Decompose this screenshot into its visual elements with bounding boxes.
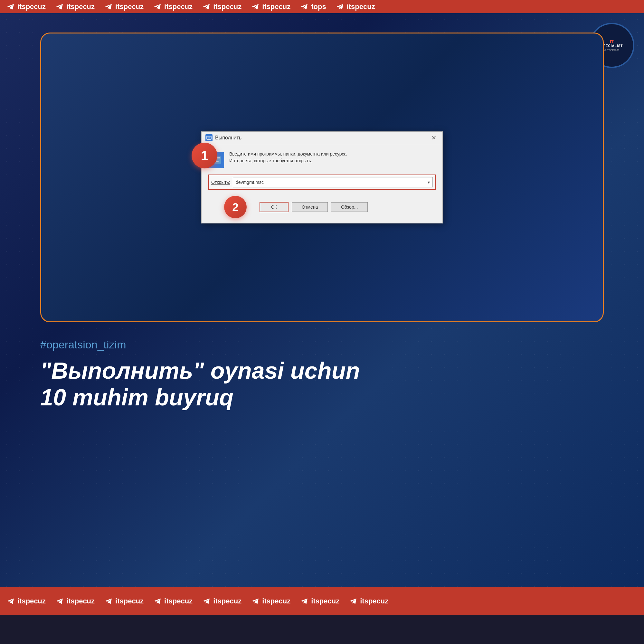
banner-item: tops — [300, 3, 326, 11]
banner-label: itspecuz — [66, 3, 95, 11]
browse-button[interactable]: Обзор... — [331, 202, 368, 212]
close-button[interactable]: ✕ — [429, 135, 439, 141]
desc-line2: Интернета, которые требуется открыть. — [229, 157, 346, 164]
title-left: Выполнить — [205, 134, 241, 141]
dialog-top: Введите имя программы, папки, документа … — [208, 151, 436, 168]
banner-item: itspecuz — [55, 3, 95, 11]
logo-specialist: SPECIALIST — [601, 44, 623, 48]
bottom-banner-item: itspecuz — [349, 597, 388, 605]
logo-inner: IT SPECIALIST # ITSPECUZ — [601, 39, 623, 52]
logo-it: IT — [610, 39, 614, 44]
dialog-titlebar: Выполнить ✕ — [202, 132, 442, 144]
cancel-button[interactable]: Отмена — [292, 202, 328, 212]
bottom-banner-item: itspecuz — [6, 597, 46, 605]
step-2-circle: 2 — [224, 196, 247, 218]
banner-track: itspecuz itspecuz itspecuz itspecuz itsp… — [0, 3, 382, 11]
banner-item: itspecuz — [336, 3, 375, 11]
banner-item: itspecuz — [104, 3, 144, 11]
bottom-section: #operatsion_tizim "Выполнить" oynasi uch… — [40, 322, 604, 411]
banner-label: itspecuz — [17, 3, 46, 11]
dialog-title: Выполнить — [215, 135, 241, 141]
bottom-banner-item: itspecuz — [55, 597, 95, 605]
hashtag: #operatsion_tizim — [40, 338, 604, 351]
ok-button[interactable]: ОК — [260, 202, 289, 212]
step-1-label: 1 — [201, 148, 208, 163]
step-2-label: 2 — [232, 201, 238, 213]
banner-item: itspecuz — [153, 3, 193, 11]
dialog-description: Введите имя программы, папки, документа … — [229, 151, 346, 164]
bottom-banner: itspecuz itspecuz itspecuz itspecuz — [0, 587, 644, 615]
bottom-banner-label: itspecuz — [17, 597, 46, 605]
banner-label: tops — [311, 3, 326, 11]
banner-label: itspecuz — [164, 3, 193, 11]
banner-item: itspecuz — [202, 3, 241, 11]
bottom-banner-item: itspecuz — [153, 597, 193, 605]
bottom-banner-item: itspecuz — [202, 597, 241, 605]
bottom-banner-label: itspecuz — [360, 597, 388, 605]
bottom-banner-label: itspecuz — [115, 597, 144, 605]
card: 1 Выполнить ✕ — [40, 33, 604, 322]
bottom-banner-label: itspecuz — [66, 597, 95, 605]
banner-label: itspecuz — [347, 3, 375, 11]
bottom-banner-label: itspecuz — [164, 597, 193, 605]
bottom-banner-item: itspecuz — [251, 597, 290, 605]
banner-item: itspecuz — [251, 3, 290, 11]
title-line1: "Выполнить" oynasi uchun — [40, 357, 604, 384]
run-dialog-icon — [205, 134, 213, 141]
dialog-body: Введите имя программы, папки, документа … — [202, 144, 442, 223]
desc-line1: Введите имя программы, папки, документа … — [229, 151, 346, 157]
bottom-banner-item: itspecuz — [104, 597, 144, 605]
bottom-banner-label: itspecuz — [262, 597, 290, 605]
windows-run-dialog: Выполнить ✕ — [201, 131, 443, 223]
top-banner: itspecuz itspecuz itspecuz itspecuz itsp… — [0, 0, 644, 13]
main-content: IT SPECIALIST # ITSPECUZ 1 — [0, 13, 644, 615]
input-row: Открыть: devmgmt.msc ▾ — [208, 175, 436, 190]
dialog-wrapper: 1 Выполнить ✕ — [201, 131, 443, 223]
bottom-banner-label: itspecuz — [311, 597, 339, 605]
banner-label: itspecuz — [213, 3, 241, 11]
logo-brand: # ITSPECUZ — [604, 49, 619, 52]
svg-rect-0 — [207, 136, 211, 139]
main-title: "Выполнить" oynasi uchun 10 muhim buyruq — [40, 357, 604, 411]
command-input[interactable]: devmgmt.msc ▾ — [233, 177, 433, 187]
buttons-row: 2 ОК Отмена Обзор... — [208, 196, 436, 218]
bottom-banner-track: itspecuz itspecuz itspecuz itspecuz — [0, 597, 395, 605]
input-value: devmgmt.msc — [236, 180, 264, 185]
open-label: Открыть: — [211, 180, 230, 185]
banner-label: itspecuz — [262, 3, 290, 11]
banner-label: itspecuz — [115, 3, 144, 11]
banner-item: itspecuz — [6, 3, 46, 11]
bottom-banner-label: itspecuz — [213, 597, 241, 605]
dropdown-arrow-icon[interactable]: ▾ — [428, 180, 430, 185]
bottom-banner-item: itspecuz — [300, 597, 339, 605]
title-line2: 10 muhim buyruq — [40, 384, 604, 411]
step-1-circle: 1 — [192, 143, 217, 168]
